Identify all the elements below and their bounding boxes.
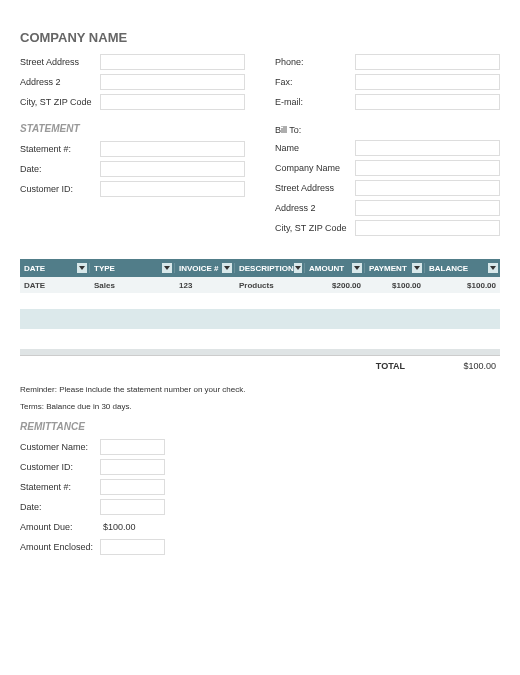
table-row-empty (20, 309, 500, 329)
input-address2[interactable] (100, 74, 245, 90)
th-date-label: DATE (24, 264, 45, 273)
input-bt-name[interactable] (355, 140, 500, 156)
input-bt-city[interactable] (355, 220, 500, 236)
line-items-table: DATE TYPE INVOICE # DESCRIPTION AMOUNT P… (20, 259, 500, 375)
remit-amount-enclosed: Amount Enclosed: (20, 538, 500, 556)
cell-type: Sales (90, 281, 175, 290)
label-cust-id: Customer ID: (20, 184, 100, 194)
field-bt-name: Name (275, 139, 500, 157)
remit-customer-name: Customer Name: (20, 438, 500, 456)
remit-input-customer-name[interactable] (100, 439, 165, 455)
th-desc-label: DESCRIPTION (239, 264, 294, 273)
filter-amount-button[interactable] (352, 263, 362, 273)
input-fax[interactable] (355, 74, 500, 90)
company-right-col: Phone: Fax: E-mail: (275, 53, 500, 113)
field-fax: Fax: (275, 73, 500, 91)
label-bt-addr2: Address 2 (275, 203, 355, 213)
input-cust-id[interactable] (100, 181, 245, 197)
filter-date-button[interactable] (77, 263, 87, 273)
cell-payment: $100.00 (365, 281, 425, 290)
billto-title: Bill To: (275, 125, 500, 135)
input-phone[interactable] (355, 54, 500, 70)
cell-date: DATE (20, 281, 90, 290)
remit-input-customer-id[interactable] (100, 459, 165, 475)
th-type: TYPE (90, 263, 175, 273)
th-invoice: INVOICE # (175, 263, 235, 273)
label-address2: Address 2 (20, 77, 100, 87)
remit-input-date[interactable] (100, 499, 165, 515)
filter-balance-button[interactable] (488, 263, 498, 273)
company-info: Street Address Address 2 City, ST ZIP Co… (20, 53, 500, 113)
input-bt-street[interactable] (355, 180, 500, 196)
field-bt-addr2: Address 2 (275, 199, 500, 217)
th-desc: DESCRIPTION (235, 263, 305, 273)
field-bt-city: City, ST ZIP Code (275, 219, 500, 237)
th-balance-label: BALANCE (429, 264, 468, 273)
remit-label-statement-num: Statement #: (20, 482, 100, 492)
field-bt-street: Street Address (275, 179, 500, 197)
remittance-title: REMITTANCE (20, 421, 500, 432)
company-title: COMPANY NAME (20, 30, 500, 45)
th-date: DATE (20, 263, 90, 273)
cell-balance: $100.00 (425, 281, 500, 290)
field-stmt-date: Date: (20, 160, 245, 178)
input-street[interactable] (100, 54, 245, 70)
label-fax: Fax: (275, 77, 355, 87)
filter-desc-button[interactable] (294, 263, 302, 273)
label-city: City, ST ZIP Code (20, 97, 100, 107)
remit-statement-num: Statement #: (20, 478, 500, 496)
field-street: Street Address (20, 53, 245, 71)
table-row: DATE Sales 123 Products $200.00 $100.00 … (20, 277, 500, 293)
label-street: Street Address (20, 57, 100, 67)
field-phone: Phone: (275, 53, 500, 71)
remit-input-statement-num[interactable] (100, 479, 165, 495)
input-bt-addr2[interactable] (355, 200, 500, 216)
cell-invoice: 123 (175, 281, 235, 290)
remit-label-customer-name: Customer Name: (20, 442, 100, 452)
statement-billto-row: STATEMENT Statement #: Date: Customer ID… (20, 113, 500, 239)
table-row-empty (20, 293, 500, 309)
filter-type-button[interactable] (162, 263, 172, 273)
company-left-col: Street Address Address 2 City, ST ZIP Co… (20, 53, 245, 113)
cell-amount: $200.00 (305, 281, 365, 290)
total-label: TOTAL (20, 361, 435, 371)
label-stmt-num: Statement #: (20, 144, 100, 154)
statement-title: STATEMENT (20, 123, 245, 134)
th-invoice-label: INVOICE # (179, 264, 219, 273)
input-city[interactable] (100, 94, 245, 110)
label-bt-street: Street Address (275, 183, 355, 193)
th-type-label: TYPE (94, 264, 115, 273)
label-email: E-mail: (275, 97, 355, 107)
statement-col: STATEMENT Statement #: Date: Customer ID… (20, 113, 245, 239)
remit-customer-id: Customer ID: (20, 458, 500, 476)
remit-label-amount-due: Amount Due: (20, 522, 100, 532)
remit-date: Date: (20, 498, 500, 516)
total-row: TOTAL $100.00 (20, 355, 500, 375)
table-row-empty (20, 329, 500, 349)
input-bt-company[interactable] (355, 160, 500, 176)
field-stmt-num: Statement #: (20, 140, 245, 158)
th-amount: AMOUNT (305, 263, 365, 273)
field-address2: Address 2 (20, 73, 245, 91)
filter-payment-button[interactable] (412, 263, 422, 273)
terms-text: Terms: Balance due in 30 days. (20, 402, 500, 411)
remit-value-amount-due: $100.00 (100, 522, 165, 532)
filter-invoice-button[interactable] (222, 263, 232, 273)
table-header: DATE TYPE INVOICE # DESCRIPTION AMOUNT P… (20, 259, 500, 277)
input-stmt-num[interactable] (100, 141, 245, 157)
label-stmt-date: Date: (20, 164, 100, 174)
th-amount-label: AMOUNT (309, 264, 344, 273)
remit-label-date: Date: (20, 502, 100, 512)
label-bt-company: Company Name (275, 163, 355, 173)
th-payment: PAYMENT (365, 263, 425, 273)
th-payment-label: PAYMENT (369, 264, 407, 273)
remittance-block: Customer Name: Customer ID: Statement #:… (20, 438, 500, 556)
field-city: City, ST ZIP Code (20, 93, 245, 111)
field-bt-company: Company Name (275, 159, 500, 177)
remit-amount-due: Amount Due: $100.00 (20, 518, 500, 536)
remit-input-amount-enclosed[interactable] (100, 539, 165, 555)
input-stmt-date[interactable] (100, 161, 245, 177)
label-bt-city: City, ST ZIP Code (275, 223, 355, 233)
reminder-text: Reminder: Please include the statement n… (20, 385, 500, 394)
input-email[interactable] (355, 94, 500, 110)
